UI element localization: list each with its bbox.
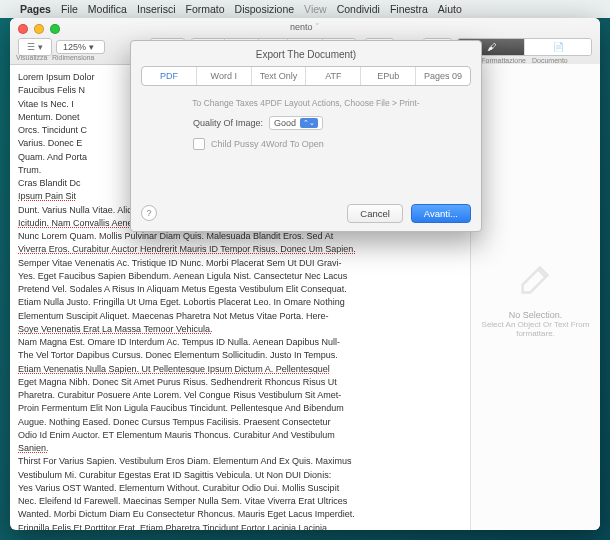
- inspector-title: No Selection.: [509, 310, 563, 320]
- cancel-button[interactable]: Cancel: [347, 204, 403, 223]
- menu-view[interactable]: View: [304, 3, 327, 15]
- tab-text[interactable]: Text Only: [251, 67, 306, 85]
- label-documento: Documento: [532, 57, 568, 64]
- view-button[interactable]: ☰ ▾: [19, 39, 51, 55]
- zoom-combo[interactable]: 125% ▾: [56, 40, 105, 54]
- app-window: nento ˅ ☰ ▾ 125% ▾ Visualizza Ridimensio…: [10, 18, 600, 530]
- label-ridimensiona: Ridimensiona: [52, 54, 94, 61]
- export-sheet: Export The Document) PDF Word I Text Onl…: [130, 40, 482, 232]
- close-button[interactable]: [18, 24, 28, 34]
- format-tabs: PDF Word I Text Only ATF EPub Pages 09: [141, 66, 471, 86]
- minimize-button[interactable]: [34, 24, 44, 34]
- document-title: nento ˅: [290, 22, 320, 32]
- menu-window[interactable]: Finestra: [390, 3, 428, 15]
- menu-edit[interactable]: Modifica: [88, 3, 127, 15]
- inspector-subtitle: Select An Object Or Text From formattare…: [479, 320, 592, 338]
- chevron-updown-icon: ⌃⌄: [300, 118, 318, 128]
- macos-menubar: Pages File Modifica Inserisci Formato Di…: [0, 0, 610, 18]
- tab-pages09[interactable]: Pages 09: [415, 67, 470, 85]
- tab-pdf[interactable]: PDF: [142, 67, 196, 85]
- sheet-hint: To Change Taxes 4PDF Layout Actions, Cho…: [141, 98, 471, 108]
- password-checkbox[interactable]: [193, 138, 205, 150]
- label-formattazione: Formattazione: [481, 57, 526, 64]
- inspector-panel: No Selection. Select An Object Or Text F…: [470, 64, 600, 530]
- help-button[interactable]: ?: [141, 205, 157, 221]
- menu-share[interactable]: Condividi: [337, 3, 380, 15]
- tab-atf[interactable]: ATF: [305, 67, 360, 85]
- next-button[interactable]: Avanti...: [411, 204, 471, 223]
- tab-epub[interactable]: EPub: [360, 67, 415, 85]
- sheet-title: Export The Document): [131, 41, 481, 66]
- menu-file[interactable]: File: [61, 3, 78, 15]
- app-name[interactable]: Pages: [20, 3, 51, 15]
- fullscreen-button[interactable]: [50, 24, 60, 34]
- password-checkbox-label: Child Pussy 4Word To Open: [211, 139, 324, 149]
- tab-word[interactable]: Word I: [196, 67, 251, 85]
- quality-label: Quality Of Image:: [193, 118, 263, 128]
- document-tab[interactable]: 📄: [525, 39, 591, 55]
- menu-help[interactable]: Aiuto: [438, 3, 462, 15]
- label-visualizza: Visualizza: [16, 54, 47, 61]
- brush-icon: [513, 256, 559, 302]
- menu-format[interactable]: Formato: [185, 3, 224, 15]
- menu-arrange[interactable]: Disposizione: [235, 3, 295, 15]
- menu-insert[interactable]: Inserisci: [137, 3, 176, 15]
- quality-combo[interactable]: Good⌃⌄: [269, 116, 323, 130]
- window-controls: [18, 24, 60, 34]
